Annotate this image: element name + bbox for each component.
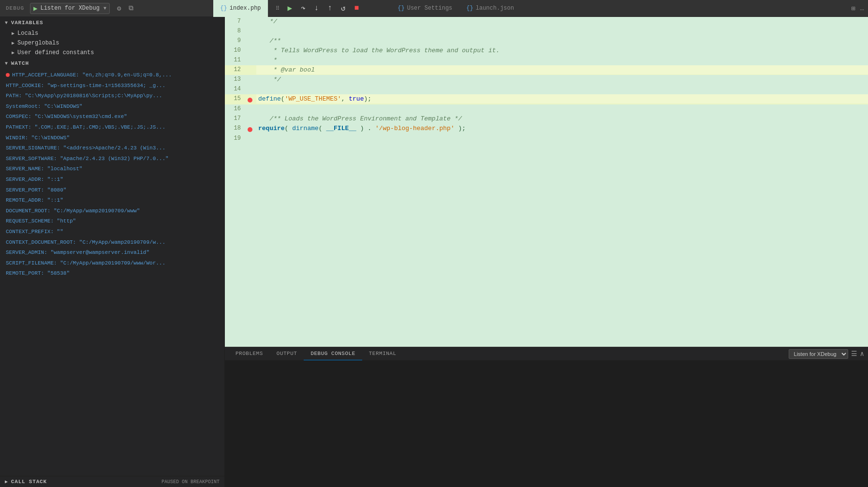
more-actions-button[interactable]: … [860, 4, 864, 12]
code-lines-container: 7 */8 9 /**10 * Tells WordPress to load … [225, 17, 868, 144]
tab-terminal[interactable]: TERMINAL [362, 347, 403, 360]
code-token: ); [455, 125, 466, 132]
step-over-button[interactable]: ↷ [298, 2, 309, 15]
watch-item[interactable]: SERVER_SOFTWARE: "Apache/2.4.23 (Win32) … [0, 154, 224, 164]
tab-problems[interactable]: PROBLEMS [229, 347, 270, 360]
tab-launch-json[interactable]: {} launch.json [459, 0, 521, 17]
variables-section-header[interactable]: ▼ VARIABLES [0, 17, 224, 29]
line-number: 13 [225, 75, 247, 83]
user-settings-icon: {} [397, 5, 404, 12]
locals-tree-item[interactable]: ▶ Locals [0, 29, 224, 38]
watch-collapse-arrow: ▼ [5, 61, 8, 66]
line-content [256, 27, 868, 36]
debug-bar: DEBUG ▶ Listen for XDebug ▼ ⚙ ⧉ {} index… [0, 0, 868, 17]
line-number: 12 [225, 65, 247, 74]
watch-item[interactable]: COMSPEC: "C:\WINDOWS\system32\cmd.exe" [0, 112, 224, 122]
locals-arrow: ▶ [12, 30, 15, 36]
clear-console-button[interactable]: ☰ [851, 350, 857, 358]
line-number: 10 [225, 46, 247, 54]
line-number: 11 [225, 56, 247, 64]
locals-label: Locals [17, 30, 38, 37]
watch-item[interactable]: REMOTE_PORT: "58538" [0, 268, 224, 279]
code-token: ( [281, 95, 285, 103]
watch-item[interactable]: DOCUMENT_ROOT: "C:/MyApp/wamp20190709/ww… [0, 206, 224, 217]
callstack-bar[interactable]: ▶ CALL STACK PAUSED ON BREAKPOINT [0, 476, 224, 487]
line-content: * @var bool [256, 65, 868, 74]
debug-config-selector[interactable]: ▶ Listen for XDebug ▼ [30, 3, 110, 14]
watch-item[interactable]: SERVER_NAME: "localhost" [0, 164, 224, 175]
breakpoint-marker[interactable] [248, 127, 252, 132]
tab-index-php[interactable]: {} index.php [213, 0, 268, 17]
watch-item[interactable]: REMOTE_ADDR: "::1" [0, 195, 224, 206]
restart-button[interactable]: ↺ [338, 2, 349, 15]
tab-debug-console[interactable]: DEBUG CONSOLE [304, 347, 362, 360]
code-line: 14 [225, 85, 868, 94]
line-content: */ [256, 17, 868, 26]
line-content: * Tells WordPress to load the WordPress … [256, 46, 868, 55]
code-line: 9 /** [225, 36, 868, 46]
step-into-button[interactable]: ↓ [311, 2, 322, 14]
code-token: , [341, 95, 349, 103]
watch-item[interactable]: SystemRoot: "C:\WINDOWS" [0, 102, 224, 112]
php-tab-icon: {} [220, 5, 227, 12]
watch-item[interactable]: PATH: "C:\MyApp\py20180816\Scripts;C:\My… [0, 91, 224, 102]
superglobals-label: Superglobals [17, 40, 59, 46]
code-token: ( [319, 125, 326, 132]
watch-item[interactable]: CONTEXT_DOCUMENT_ROOT: "C:/MyApp/wamp201… [0, 237, 224, 248]
code-line: 19 [225, 134, 868, 144]
continue-button[interactable]: ▶ [285, 2, 295, 15]
line-gutter [247, 94, 256, 104]
code-token: 'WP_USE_THEMES' [285, 95, 341, 103]
bottom-tab-bar: PROBLEMS OUTPUT DEBUG CONSOLE TERMINAL L… [225, 347, 868, 361]
tab-user-settings[interactable]: {} User Settings [391, 0, 459, 17]
callstack-arrow: ▶ [5, 479, 8, 485]
debug-session-select[interactable]: Listen for XDebug [789, 349, 848, 359]
code-token: ) . [356, 125, 375, 132]
line-gutter [247, 75, 256, 77]
line-number: 18 [225, 124, 247, 132]
line-content: */ [256, 75, 868, 84]
watch-section-header[interactable]: ▼ WATCH [0, 58, 224, 69]
watch-item[interactable]: SERVER_PORT: "8080" [0, 185, 224, 196]
split-editor-button[interactable]: ⊞ [851, 4, 855, 13]
step-out-button[interactable]: ↑ [324, 2, 335, 14]
tab-user-settings-label: User Settings [407, 5, 453, 12]
line-gutter [247, 65, 256, 67]
watch-item[interactable]: SCRIPT_FILENAME: "C:/MyApp/wamp20190709/… [0, 258, 224, 269]
terminal-icon[interactable]: ⧉ [126, 3, 136, 13]
stop-button[interactable]: ■ [352, 2, 362, 14]
superglobals-tree-item[interactable]: ▶ Superglobals [0, 38, 224, 48]
code-token: ); [364, 95, 371, 103]
watch-item[interactable]: WINDIR: "C:\WINDOWS" [0, 133, 224, 144]
code-token: * [258, 57, 277, 64]
user-defined-constants-item[interactable]: ▶ User defined constants [0, 48, 224, 58]
line-content: define('WP_USE_THEMES', true); [256, 94, 868, 103]
code-editor[interactable]: 7 */8 9 /**10 * Tells WordPress to load … [225, 17, 868, 347]
watch-item[interactable]: HTTP_ACCEPT_LANGUAGE: "en,zh;q=0.9,en-US… [0, 70, 224, 81]
watch-item[interactable]: SERVER_SIGNATURE: "<address>Apache/2.4.2… [0, 143, 224, 154]
watch-items-container: HTTP_ACCEPT_LANGUAGE: "en,zh;q=0.9,en-US… [0, 69, 224, 280]
tab-output[interactable]: OUTPUT [270, 347, 304, 360]
line-gutter [247, 36, 256, 38]
watch-item[interactable]: HTTP_COOKIE: "wp-settings-time-1=1563355… [0, 81, 224, 91]
line-content [256, 85, 868, 94]
watch-item[interactable]: SERVER_ADMIN: "wampserver@wampserver.inv… [0, 248, 224, 258]
line-content: require( dirname( __FILE__ ) . '/wp-blog… [256, 124, 868, 133]
breakpoint-marker[interactable] [248, 98, 252, 103]
code-token: __FILE__ [326, 125, 356, 132]
line-number: 7 [225, 17, 247, 25]
code-line: 8 [225, 27, 868, 36]
drag-handle-icon[interactable]: ⠿ [273, 4, 282, 13]
watch-item[interactable]: PATHEXT: ".COM;.EXE;.BAT;.CMD;.VBS;.VBE;… [0, 122, 224, 133]
watch-item[interactable]: REQUEST_SCHEME: "http" [0, 216, 224, 227]
gear-icon[interactable]: ⚙ [115, 3, 123, 14]
watch-item[interactable]: SERVER_ADDR: "::1" [0, 175, 224, 185]
left-panel: ▼ VARIABLES ▶ Locals ▶ Superglobals ▶ Us… [0, 17, 225, 487]
main-content: ▼ VARIABLES ▶ Locals ▶ Superglobals ▶ Us… [0, 17, 868, 487]
breakpoint-dot [6, 73, 10, 77]
collapse-panel-button[interactable]: ∧ [860, 350, 864, 358]
config-dropdown-arrow: ▼ [103, 6, 106, 11]
watch-item[interactable]: CONTEXT_PREFIX: "" [0, 227, 224, 237]
debug-console-content [225, 361, 868, 487]
code-token: */ [258, 76, 281, 83]
